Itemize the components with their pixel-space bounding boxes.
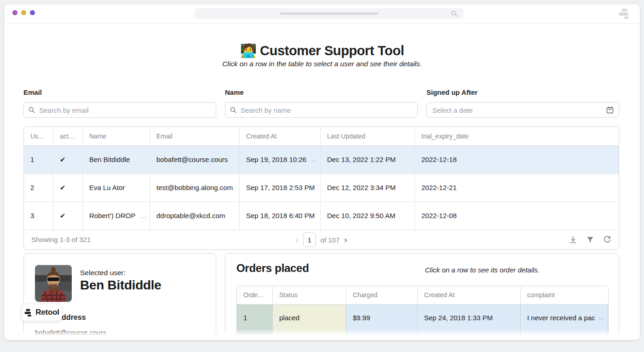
page-number-input[interactable] xyxy=(303,232,316,247)
pagination: ‹ of 107 › xyxy=(295,230,347,249)
orders-table-header: Orde… Status Charged Created At complain… xyxy=(237,286,608,305)
cell-name: Ben Bitdiddle xyxy=(83,146,150,173)
refresh-icon[interactable] xyxy=(603,236,611,244)
selected-user-name: Ben Bitdiddle xyxy=(80,278,161,293)
cell-trial-expiry: 2022-12-21 xyxy=(415,174,619,202)
retool-badge[interactable]: Retool xyxy=(22,304,62,321)
cell-active-check-icon: ✔ xyxy=(53,202,83,230)
cell-user-id: 2 xyxy=(24,174,53,202)
cell-active-check-icon: ✔ xyxy=(53,146,83,173)
users-table: Us… act… Name Email Created At Last Upda… xyxy=(23,127,619,250)
cell-last-updated: Dec 13, 2022 1:22 PM xyxy=(321,146,415,173)
cell-name: Eva Lu Ator xyxy=(83,174,150,202)
next-page-button[interactable]: › xyxy=(344,235,347,245)
page-title: 🧑‍💻 Customer Support Tool xyxy=(4,43,640,58)
window-control-dot[interactable] xyxy=(30,10,35,15)
title-emoji-icon: 🧑‍💻 xyxy=(240,43,257,58)
column-header-created-at[interactable]: Created At xyxy=(418,286,521,304)
cell-trial-expiry: 2022-12-18 xyxy=(415,146,619,173)
search-icon xyxy=(29,107,35,113)
date-filter-label: Signed up After xyxy=(426,88,619,96)
page-total-label: of 107 xyxy=(321,236,340,244)
cell-user-id: 3 xyxy=(24,202,53,230)
cell-status: placed xyxy=(273,305,346,340)
orders-title: Orders placed xyxy=(236,262,309,275)
orders-subtitle: Click on a row to see its order details. xyxy=(425,266,540,274)
column-header-trial-expiry[interactable]: trial_expiry_date xyxy=(415,127,619,145)
overflow-ellipsis-icon[interactable]: … xyxy=(311,146,317,173)
overflow-ellipsis-icon[interactable]: … xyxy=(140,213,146,219)
page-subtitle: Click on a row in the table to select a … xyxy=(4,60,640,68)
cell-created-at: Sep 17, 2018 2:53 PM xyxy=(240,174,321,202)
download-icon[interactable] xyxy=(569,236,577,244)
window-control-dot[interactable] xyxy=(12,10,17,15)
name-filter: Name xyxy=(225,88,418,118)
window-controls xyxy=(12,10,35,15)
retool-logo-icon xyxy=(24,309,32,317)
users-table-row[interactable]: 1 ✔ Ben Bitdiddle bobafett@course.cours … xyxy=(24,146,619,174)
cell-complaint: I never received a pac… xyxy=(521,305,608,340)
retool-badge-label: Retool xyxy=(35,308,59,317)
orders-table-row[interactable]: 1 placed $9.99 Sep 24, 2018 1:33 PM I ne… xyxy=(237,305,608,340)
users-table-footer: Showing 1-3 of 321 ‹ of 107 › xyxy=(24,230,619,249)
selected-user-panel: Selected user: Ben Bitdiddle Email Addre… xyxy=(23,253,216,340)
email-search-input[interactable] xyxy=(23,102,216,118)
date-picker-input[interactable] xyxy=(426,102,619,118)
orders-panel: Orders placed Click on a row to see its … xyxy=(225,253,619,340)
cell-email: ddroptable@xkcd.com xyxy=(150,202,240,230)
overflow-ellipsis-icon[interactable]: … xyxy=(598,305,605,331)
cell-last-updated: Dec 12, 2022 3:34 PM xyxy=(321,174,415,202)
retool-logo-icon[interactable] xyxy=(618,8,631,19)
cell-email: bobafett@course.cours xyxy=(150,146,240,173)
column-header-status[interactable]: Status xyxy=(273,286,346,304)
signed-up-after-filter: Signed up After xyxy=(426,88,619,118)
search-icon xyxy=(230,107,236,113)
orders-table: Orde… Status Charged Created At complain… xyxy=(236,286,609,340)
users-table-header: Us… act… Name Email Created At Last Upda… xyxy=(24,127,619,146)
cell-active-check-icon: ✔ xyxy=(53,174,83,202)
window-control-dot[interactable] xyxy=(21,10,26,15)
cell-email: test@bobbing.along.com xyxy=(150,174,240,202)
name-search-input[interactable] xyxy=(225,102,418,118)
cell-last-updated: Dec 10, 2022 9:50 AM xyxy=(321,202,415,230)
email-filter-label: Email xyxy=(23,88,216,96)
cell-trial-expiry: 2022-12-08 xyxy=(415,202,619,230)
browser-chrome xyxy=(4,4,640,23)
address-bar[interactable] xyxy=(195,8,463,19)
search-icon xyxy=(451,10,458,17)
name-filter-label: Name xyxy=(225,88,418,96)
users-table-row[interactable]: 2 ✔ Eva Lu Ator test@bobbing.along.com S… xyxy=(24,174,619,202)
column-header-charged[interactable]: Charged xyxy=(346,286,418,304)
column-header-created-at[interactable]: Created At xyxy=(240,127,321,145)
column-header-last-updated[interactable]: Last Updated xyxy=(321,127,415,145)
column-header-email[interactable]: Email xyxy=(150,127,240,145)
cell-created-at: Sep 18, 2018 6:40 PM xyxy=(240,202,321,230)
calendar-icon[interactable] xyxy=(606,106,614,114)
filter-icon[interactable] xyxy=(586,236,594,244)
cell-order-id: 1 xyxy=(237,305,273,340)
column-header-user-id[interactable]: Us… xyxy=(24,127,53,145)
cell-charged: $9.99 xyxy=(346,305,418,340)
column-header-order-id[interactable]: Orde… xyxy=(237,286,273,304)
app-window: 🧑‍💻 Customer Support Tool Click on a row… xyxy=(4,4,640,340)
selected-user-label: Selected user: xyxy=(80,269,126,277)
cell-user-id: 1 xyxy=(24,146,53,173)
url-placeholder-bar xyxy=(280,12,378,15)
column-header-active[interactable]: act… xyxy=(53,127,83,145)
column-header-complaint[interactable]: complaint xyxy=(521,286,608,304)
column-header-name[interactable]: Name xyxy=(83,127,150,145)
row-count-status: Showing 1-3 of 321 xyxy=(31,230,91,249)
email-address-value: bobafett@course.cours xyxy=(35,329,106,336)
table-toolbar xyxy=(569,230,611,249)
previous-page-button[interactable]: ‹ xyxy=(295,235,298,245)
cell-created-at: Sep 19, 2018 10:26… xyxy=(240,146,321,173)
users-table-row[interactable]: 3 ✔ Robert') DROP… ddroptable@xkcd.com S… xyxy=(24,202,619,230)
cell-created-at: Sep 24, 2018 1:33 PM xyxy=(418,305,521,340)
email-filter: Email xyxy=(23,88,216,118)
cell-name: Robert') DROP… xyxy=(83,202,150,230)
selected-user-avatar xyxy=(35,265,72,302)
